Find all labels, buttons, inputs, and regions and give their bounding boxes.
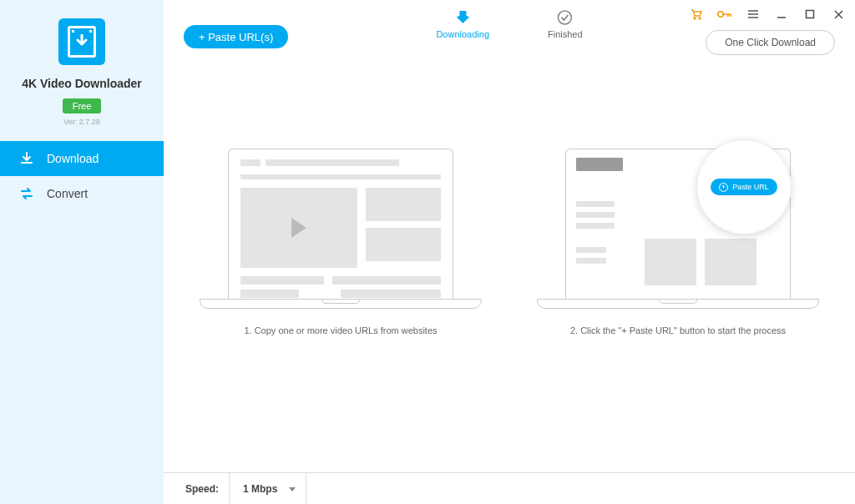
svg-rect-3 bbox=[807, 11, 814, 18]
one-click-download-button[interactable]: One Click Download bbox=[706, 30, 835, 55]
titlebar-controls bbox=[688, 7, 847, 22]
app-logo bbox=[58, 18, 105, 65]
plus-icon: + bbox=[719, 183, 728, 192]
svg-point-0 bbox=[694, 18, 696, 19]
menu-icon[interactable] bbox=[745, 7, 761, 22]
sidebar-item-label: Download bbox=[47, 152, 99, 165]
laptop-illustration-1 bbox=[200, 149, 482, 309]
speed-select[interactable]: 1 Mbps bbox=[230, 473, 306, 504]
cart-icon[interactable] bbox=[688, 7, 705, 22]
sidebar-item-download[interactable]: Download bbox=[0, 141, 164, 176]
main-area: Downloading Finished + Paste URL(s) One … bbox=[164, 0, 855, 504]
laptop-illustration-2: + Paste URL bbox=[537, 149, 819, 309]
downloading-icon bbox=[453, 8, 472, 27]
step-1-caption: 1. Copy one or more video URLs from webs… bbox=[244, 325, 437, 335]
close-icon[interactable] bbox=[830, 7, 847, 22]
download-icon bbox=[18, 150, 35, 167]
key-icon[interactable] bbox=[716, 7, 733, 22]
maximize-icon[interactable] bbox=[802, 7, 818, 22]
finished-icon bbox=[556, 8, 574, 27]
step-2: + Paste URL 2. Click the "+ Paste URL" b… bbox=[537, 149, 819, 335]
svg-point-1 bbox=[699, 18, 701, 19]
sidebar-item-convert[interactable]: Convert bbox=[0, 176, 164, 211]
status-bar: Speed: 1 Mbps bbox=[164, 472, 855, 504]
speed-label: Speed: bbox=[175, 473, 230, 504]
mini-paste-url-pill: + Paste URL bbox=[711, 179, 777, 195]
speed-value: 1 Mbps bbox=[243, 483, 277, 495]
svg-point-2 bbox=[718, 12, 723, 17]
sidebar-nav: Download Convert bbox=[0, 141, 164, 211]
tab-downloading[interactable]: Downloading bbox=[436, 8, 489, 39]
paste-url-button[interactable]: + Paste URL(s) bbox=[184, 25, 288, 48]
svg-point-4 bbox=[559, 11, 572, 24]
app-window: 4K Video Downloader Free Ver: 2.7.28 Dow… bbox=[0, 0, 855, 504]
version-label: Ver: 2.7.28 bbox=[63, 118, 100, 126]
tab-finished[interactable]: Finished bbox=[548, 8, 583, 39]
minimize-icon[interactable] bbox=[773, 7, 790, 22]
free-badge: Free bbox=[63, 98, 102, 113]
app-title: 4K Video Downloader bbox=[22, 77, 142, 90]
sidebar: 4K Video Downloader Free Ver: 2.7.28 Dow… bbox=[0, 0, 164, 504]
tab-label: Finished bbox=[548, 29, 583, 39]
tab-label: Downloading bbox=[436, 29, 489, 39]
play-icon bbox=[291, 218, 306, 238]
logo-area: 4K Video Downloader Free Ver: 2.7.28 bbox=[0, 0, 164, 126]
step-1: 1. Copy one or more video URLs from webs… bbox=[200, 149, 482, 335]
convert-icon bbox=[18, 185, 35, 202]
mini-paste-label: Paste URL bbox=[732, 183, 769, 191]
sidebar-item-label: Convert bbox=[47, 187, 88, 200]
magnifier-callout: + Paste URL bbox=[696, 139, 792, 234]
video-placeholder-icon bbox=[240, 188, 357, 268]
tabs: Downloading Finished bbox=[436, 8, 582, 39]
step-2-caption: 2. Click the "+ Paste URL" button to sta… bbox=[570, 325, 786, 335]
instructions-area: 1. Copy one or more video URLs from webs… bbox=[164, 60, 855, 472]
